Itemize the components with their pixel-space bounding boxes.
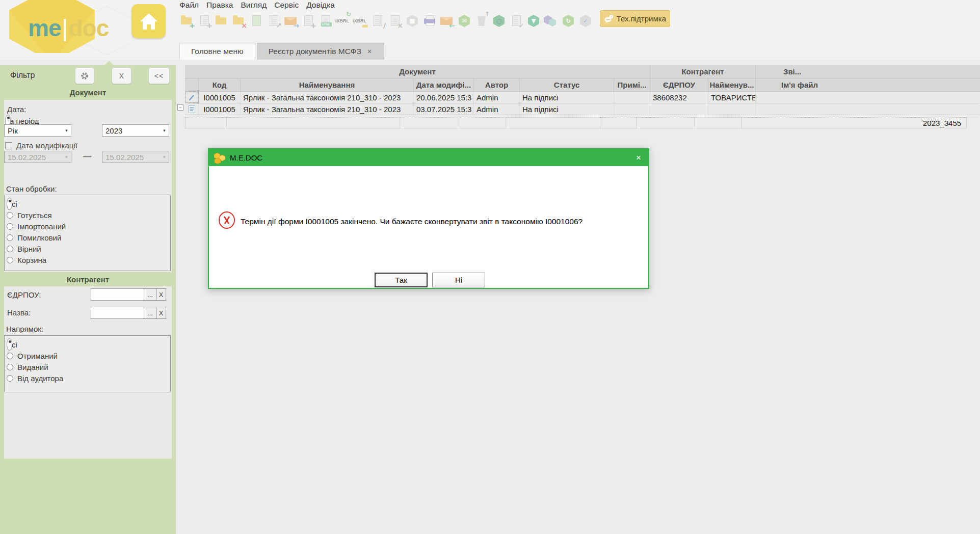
column-header-6[interactable]: Примі... xyxy=(614,78,650,91)
menu-item-3[interactable]: Вигляд xyxy=(241,1,267,10)
mod-date-from-select[interactable]: 15.02.2025 ▼ xyxy=(4,151,71,163)
delete-folder-icon[interactable]: × xyxy=(231,12,247,29)
filter-settings-button[interactable] xyxy=(75,67,94,84)
receive-mail-icon[interactable]: ← xyxy=(439,12,455,29)
printer-shape xyxy=(424,18,435,24)
edrpou-clear-button[interactable]: X xyxy=(156,288,166,301)
cell-code: I0001005 xyxy=(199,92,241,103)
copy-document-icon[interactable] xyxy=(249,12,264,29)
column-header-9[interactable]: Ім'я файл xyxy=(756,78,980,91)
archive-icon[interactable]: ■ xyxy=(405,12,420,29)
cell-edrpou xyxy=(650,103,708,115)
sidebar-collapse-button[interactable]: << xyxy=(148,67,170,84)
tab-2[interactable]: Реєстр документів МСФЗ× xyxy=(257,43,385,60)
name-clear-button[interactable]: X xyxy=(156,307,166,319)
ixbrl-sign-icon[interactable]: iXBRL▬ xyxy=(353,12,368,29)
state-option-3[interactable]: Імпортований xyxy=(7,221,168,232)
column-header-7[interactable]: ЄДРПОУ xyxy=(650,78,708,91)
column-header-2[interactable]: Найменування xyxy=(241,78,414,91)
modules-icon[interactable] xyxy=(543,12,559,29)
direction-option-3[interactable]: Виданий xyxy=(7,361,168,372)
ixbrl-import-icon[interactable]: iXBRL↻ xyxy=(335,12,351,29)
yes-button[interactable]: Так xyxy=(375,273,428,287)
dialog-title-bar[interactable]: M.E.DOC × xyxy=(209,149,648,166)
refresh-icon[interactable]: ↻ xyxy=(561,12,576,29)
filter-clear-button[interactable]: X xyxy=(112,67,131,84)
menu-item-4[interactable]: Сервіс xyxy=(274,1,299,10)
menu-item-5[interactable]: Довідка xyxy=(306,1,335,10)
table-child-row[interactable]: 2023_3455 xyxy=(185,117,980,128)
state-option-5[interactable]: Вірний xyxy=(7,243,168,254)
search-icon[interactable]: ○ xyxy=(491,12,507,29)
name-input[interactable] xyxy=(91,307,144,319)
state-option-6[interactable]: Корзина xyxy=(7,254,168,265)
direction-option-4[interactable]: Від аудитора xyxy=(7,372,168,384)
column-header-5[interactable]: Статус xyxy=(520,78,614,91)
group-header-2[interactable]: Контрагент xyxy=(650,65,756,78)
edrpou-input[interactable] xyxy=(91,288,144,301)
approve-document-icon[interactable]: ✓ xyxy=(509,12,524,29)
option-label: Корзина xyxy=(17,256,46,264)
menu-item-2[interactable]: Правка xyxy=(206,1,233,10)
group-header-1[interactable]: Документ xyxy=(185,65,650,78)
period-value-select[interactable]: 2023 ▼ xyxy=(102,124,169,137)
table-row[interactable]: I0001005Ярлик - Загальна таксономія 210_… xyxy=(185,92,980,103)
cell-modified: 03.07.2025 15:3 xyxy=(414,103,474,115)
edit-document-icon[interactable]: ∕ xyxy=(370,12,385,29)
column-header-8[interactable]: Найменув... xyxy=(708,78,756,91)
direction-option-2[interactable]: Отриманий xyxy=(7,350,168,361)
name-browse-button[interactable]: ... xyxy=(144,307,156,319)
close-icon[interactable]: × xyxy=(634,153,643,163)
tab-bar: Головне менюРеєстр документів МСФЗ× xyxy=(179,43,384,60)
tech-support-button[interactable]: ? Тех.підтримка xyxy=(600,10,670,27)
new-document-icon[interactable]: + xyxy=(197,12,212,29)
html-view-icon[interactable]: HTML xyxy=(318,12,333,29)
column-header-selector[interactable] xyxy=(185,78,199,91)
section-document-header: Документ xyxy=(0,88,176,97)
state-option-2[interactable]: Готується xyxy=(7,209,168,221)
medoc-bee-icon xyxy=(214,152,225,164)
logo-doc: doc xyxy=(68,15,109,41)
recycle-bin-icon[interactable]: ↑ xyxy=(474,12,489,29)
mod-date-to-select[interactable]: 15.02.2025 ▼ xyxy=(102,151,169,163)
column-header-1[interactable]: Код xyxy=(199,78,241,91)
radio-icon xyxy=(7,375,13,382)
open-document-icon[interactable]: ↗ xyxy=(266,12,281,29)
cell-empty xyxy=(460,117,506,128)
open-folder-icon[interactable] xyxy=(214,12,229,29)
no-button[interactable]: Ні xyxy=(432,273,485,287)
cell-contractor xyxy=(708,103,756,115)
row-expander[interactable]: − xyxy=(177,104,183,111)
cell-file: 2023_3455 xyxy=(742,117,967,128)
cell-empty xyxy=(400,117,460,128)
column-header-4[interactable]: Автор xyxy=(474,78,520,91)
create-report-icon[interactable]: + xyxy=(179,12,195,29)
state-option-4[interactable]: Помилковий xyxy=(7,232,168,243)
filter-hex-icon[interactable]: ▼ xyxy=(526,12,541,29)
icon-glyph: ✉ xyxy=(459,15,470,27)
column-header-3[interactable]: Дата модифі... xyxy=(414,78,474,91)
logo-separator: | xyxy=(62,15,67,41)
gear-icon xyxy=(81,72,89,80)
edrpou-label: ЄДРПОУ: xyxy=(7,290,41,299)
tab-1[interactable]: Головне меню xyxy=(179,43,255,60)
tab-close-icon[interactable]: × xyxy=(366,47,373,56)
period-type-select[interactable]: Рік ▼ xyxy=(4,124,71,137)
direction-option-1[interactable]: Всі xyxy=(7,339,168,350)
add-page-icon[interactable]: + xyxy=(301,12,316,29)
mod-date-checkbox[interactable] xyxy=(5,142,12,149)
home-button[interactable] xyxy=(131,4,166,38)
print-icon[interactable] xyxy=(422,12,437,29)
delete-document-icon[interactable]: × xyxy=(387,12,403,29)
update-icon[interactable]: ✓ xyxy=(578,12,593,29)
group-header-3[interactable]: Зві... xyxy=(756,65,980,78)
state-option-1[interactable]: Всі xyxy=(7,198,168,209)
radio-icon xyxy=(7,234,13,241)
table-row[interactable]: I0001005Ярлик - Загальна таксономія 210_… xyxy=(185,103,980,115)
edrpou-browse-button[interactable]: ... xyxy=(144,288,156,301)
menu-item-1[interactable]: Файл xyxy=(179,1,199,10)
table-group-header-row: ДокументКонтрагентЗві... xyxy=(185,65,980,78)
radio-icon xyxy=(7,364,13,370)
send-mail-icon[interactable]: → xyxy=(283,12,299,29)
mail-exchange-icon[interactable]: ✉ xyxy=(457,12,472,29)
